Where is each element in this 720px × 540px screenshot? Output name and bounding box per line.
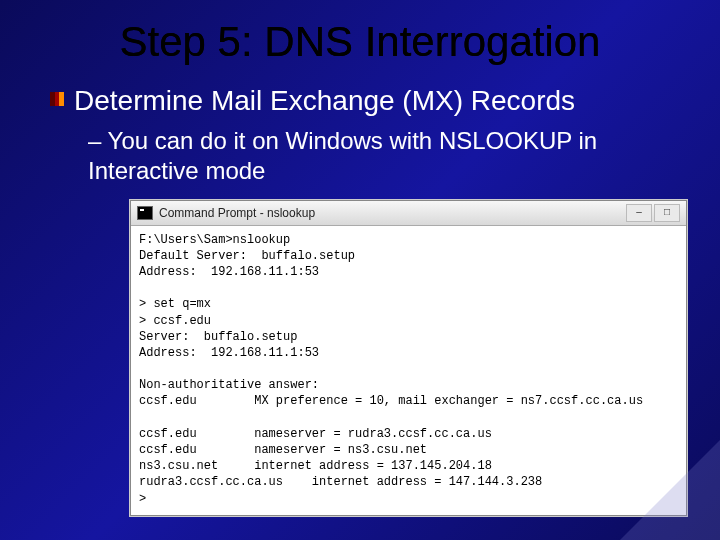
terminal-output: F:\Users\Sam>nslookup Default Server: bu…: [131, 226, 686, 515]
minimize-button[interactable]: –: [626, 204, 652, 222]
window-titlebar: Command Prompt - nslookup – □: [131, 201, 686, 226]
cmd-icon: [137, 206, 153, 220]
bullet-level1: Determine Mail Exchange (MX) Records: [50, 84, 680, 118]
bullet-square-icon: [50, 92, 64, 106]
corner-accent: [620, 440, 720, 540]
slide-title: Step 5: DNS Interrogation: [40, 18, 680, 66]
command-prompt-window: Command Prompt - nslookup – □ F:\Users\S…: [130, 200, 687, 516]
slide: Step 5: DNS Interrogation Determine Mail…: [0, 0, 720, 516]
maximize-button[interactable]: □: [654, 204, 680, 222]
window-controls: – □: [626, 204, 680, 222]
window-title-text: Command Prompt - nslookup: [159, 206, 315, 220]
bullet-text: Determine Mail Exchange (MX) Records: [74, 84, 575, 118]
bullet-level2: – You can do it on Windows with NSLOOKUP…: [88, 126, 680, 186]
